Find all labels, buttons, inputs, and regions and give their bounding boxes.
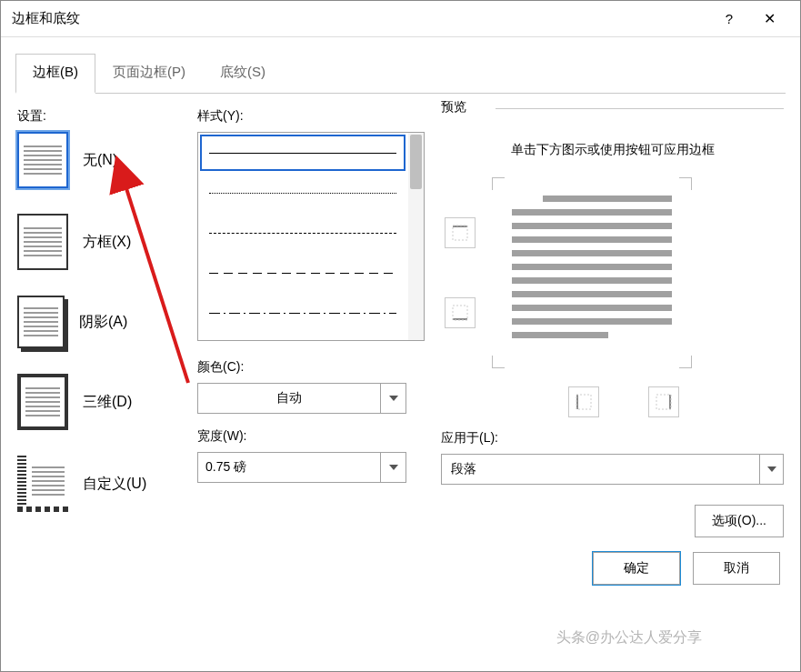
tab-page-border[interactable]: 页面边框(P): [95, 54, 203, 94]
width-dropdown[interactable]: 0.75 磅: [197, 452, 406, 483]
corner-tl-icon: [492, 177, 505, 190]
width-dropdown-arrow: [380, 453, 406, 482]
preview-canvas[interactable]: [492, 177, 692, 368]
tab-borders-label: 边框(B): [33, 64, 78, 79]
setting-none-label: 无(N): [83, 151, 117, 170]
preview-rule: [496, 108, 784, 109]
svg-rect-3: [453, 306, 467, 320]
setting-3d[interactable]: 三维(D): [17, 374, 181, 430]
preview-legend: 预览: [441, 99, 474, 115]
cancel-button[interactable]: 取消: [693, 552, 780, 585]
content-area: 设置: 无(N) 方框(X) 阴影(: [1, 94, 800, 543]
color-value: 自动: [198, 384, 380, 413]
chevron-down-icon: [767, 466, 776, 472]
preview-paragraph-icon: [512, 196, 672, 350]
border-top-button[interactable]: [445, 217, 476, 248]
svg-rect-7: [656, 395, 671, 409]
options-row: 选项(O)...: [441, 505, 784, 537]
setting-shadow-icon: [17, 296, 65, 348]
width-label: 宽度(W):: [197, 428, 425, 445]
settings-column: 设置: 无(N) 方框(X) 阴影(: [17, 108, 181, 537]
options-button-label: 选项(O)...: [712, 513, 766, 527]
setting-box-icon: [17, 214, 68, 270]
corner-br-icon: [679, 356, 692, 368]
border-bottom-button[interactable]: [445, 297, 476, 328]
border-left-button[interactable]: [568, 386, 599, 417]
setting-custom[interactable]: 自定义(U): [17, 456, 181, 512]
preview-fieldset: 预览 单击下方图示或使用按钮可应用边框: [441, 108, 784, 417]
tab-shading-label: 底纹(S): [220, 64, 265, 79]
tab-shading[interactable]: 底纹(S): [203, 54, 283, 94]
setting-3d-icon: [17, 374, 68, 430]
borders-shading-dialog: 边框和底纹 ? ✕ 边框(B) 页面边框(P) 底纹(S) 设置: 无(N): [0, 0, 801, 672]
chevron-down-icon: [389, 465, 398, 470]
ok-button[interactable]: 确定: [593, 552, 680, 585]
color-dropdown[interactable]: 自动: [197, 383, 406, 414]
setting-custom-label: 自定义(U): [83, 475, 146, 494]
preview-column: 预览 单击下方图示或使用按钮可应用边框: [441, 108, 784, 537]
style-solid[interactable]: [198, 133, 407, 173]
ok-button-label: 确定: [624, 560, 649, 575]
style-listbox[interactable]: [197, 132, 425, 341]
tab-page-border-label: 页面边框(P): [113, 64, 185, 79]
border-top-icon: [451, 224, 469, 242]
border-right-icon: [655, 393, 673, 411]
settings-label: 设置:: [17, 108, 181, 125]
corner-bl-icon: [492, 356, 505, 368]
cancel-button-label: 取消: [724, 560, 749, 575]
svg-rect-1: [453, 226, 467, 240]
apply-to-dropdown[interactable]: 段落: [441, 454, 784, 485]
dialog-footer: 确定 取消: [1, 543, 800, 599]
options-button[interactable]: 选项(O)...: [695, 505, 784, 537]
preview-left-buttons: [441, 217, 476, 328]
style-scrollbar-thumb[interactable]: [410, 135, 422, 189]
tab-borders[interactable]: 边框(B): [15, 54, 95, 94]
setting-box[interactable]: 方框(X): [17, 214, 181, 270]
color-label: 颜色(C):: [197, 359, 425, 376]
style-dotted[interactable]: [198, 173, 407, 213]
style-scrollbar[interactable]: [408, 133, 424, 340]
width-value: 0.75 磅: [198, 453, 380, 482]
setting-shadow[interactable]: 阴影(A): [17, 296, 181, 348]
chevron-down-icon: [389, 396, 398, 401]
setting-none-icon: [17, 132, 68, 188]
titlebar: 边框和底纹 ? ✕: [1, 1, 800, 37]
corner-tr-icon: [679, 177, 692, 190]
border-left-icon: [575, 393, 593, 411]
setting-box-label: 方框(X): [83, 233, 131, 252]
svg-rect-5: [576, 395, 591, 409]
dialog-title: 边框和底纹: [12, 10, 709, 27]
setting-none[interactable]: 无(N): [17, 132, 181, 188]
style-column: 样式(Y): 颜色(C): 自动 宽度(W):: [197, 108, 425, 537]
apply-to-arrow: [759, 455, 783, 484]
border-bottom-icon: [451, 304, 469, 322]
tab-underline: [15, 93, 786, 94]
style-dashed-short[interactable]: [198, 213, 407, 253]
style-dash-dot[interactable]: [198, 293, 407, 333]
setting-custom-icon: [17, 456, 68, 512]
apply-to-value: 段落: [442, 455, 759, 484]
style-label: 样式(Y):: [197, 108, 425, 125]
style-list-inner: [198, 133, 407, 340]
preview-hint: 单击下方图示或使用按钮可应用边框: [450, 139, 775, 161]
setting-shadow-label: 阴影(A): [79, 313, 127, 332]
watermark-text: 头条@办公达人爱分享: [556, 628, 702, 647]
style-dashed-long[interactable]: [198, 253, 407, 293]
color-dropdown-arrow: [380, 384, 406, 413]
apply-to-section: 应用于(L): 段落: [441, 430, 784, 485]
preview-bottom-buttons: [441, 386, 784, 417]
preview-body: [441, 177, 784, 368]
apply-to-label: 应用于(L):: [441, 430, 784, 446]
border-right-button[interactable]: [648, 386, 679, 417]
setting-3d-label: 三维(D): [83, 393, 132, 412]
close-button[interactable]: ✕: [749, 1, 789, 37]
help-button[interactable]: ?: [709, 1, 749, 37]
tab-strip: 边框(B) 页面边框(P) 底纹(S): [1, 37, 800, 94]
